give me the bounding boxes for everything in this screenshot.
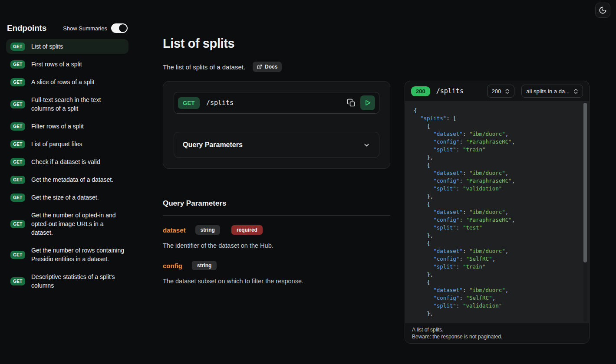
status-code-select[interactable]: 200 <box>487 85 515 98</box>
endpoint-list: GETList of splitsGETFirst rows of a spli… <box>6 39 128 293</box>
params-list: datasetstringrequiredThe identifier of t… <box>163 225 390 285</box>
param-type-badge: string <box>192 261 217 270</box>
play-icon <box>364 99 371 106</box>
sidebar-item-a-slice-of-rows-of-a-split[interactable]: GETA slice of rows of a split <box>6 75 128 89</box>
param-row: configstring <box>163 261 390 270</box>
response-body[interactable]: { "splits": [ { "dataset": "ibm/duorc", … <box>405 101 589 323</box>
param-type-badge: string <box>195 225 220 235</box>
sidebar-header: Endpoints Show Summaries <box>6 23 128 33</box>
param-name: dataset <box>163 226 186 234</box>
method-pill: GET <box>10 158 25 166</box>
query-parameters-heading: Query Parameters <box>163 199 390 208</box>
external-link-icon <box>257 64 262 69</box>
endpoint-label: A slice of rows of a split <box>31 78 95 86</box>
divider <box>163 215 390 216</box>
show-summaries-label: Show Summaries <box>63 25 107 32</box>
sidebar-item-filter-rows-of-a-split[interactable]: GETFilter rows of a split <box>6 119 128 134</box>
sidebar-item-descriptive-statistics-of-a-split-s-columns[interactable]: GETDescriptive statistics of a split's c… <box>6 269 128 293</box>
show-summaries-control: Show Summaries <box>63 23 128 33</box>
method-pill: GET <box>10 277 25 285</box>
description-row: The list of splits of a dataset. Docs <box>163 62 390 72</box>
request-path: /splits <box>206 99 345 107</box>
param-name: config <box>163 262 182 269</box>
endpoint-label: Descriptive statistics of a split's colu… <box>31 272 124 290</box>
method-pill: GET <box>10 122 25 131</box>
method-pill: GET <box>10 140 25 148</box>
page-title: List of splits <box>163 36 390 51</box>
sidebar-item-check-if-a-dataset-is-valid[interactable]: GETCheck if a dataset is valid <box>6 154 128 169</box>
sidebar: Endpoints Show Summaries GETList of spli… <box>6 23 128 296</box>
response-header: 200 /splits 200 all splits in a da... <box>405 81 589 101</box>
show-summaries-toggle[interactable] <box>111 23 128 33</box>
example-select[interactable]: all splits in a da... <box>521 85 583 98</box>
endpoint-label: Filter rows of a split <box>31 122 84 131</box>
chevron-updown-icon <box>505 89 510 94</box>
response-footer: A list of splits. Beware: the response i… <box>405 323 589 343</box>
example-select-value: all splits in a da... <box>526 88 570 95</box>
endpoint-label: Get the metadata of a dataset. <box>31 175 113 184</box>
sidebar-item-list-of-splits[interactable]: GETList of splits <box>6 39 128 54</box>
collapsible-label: Query Parameters <box>183 141 243 149</box>
method-pill: GET <box>10 43 25 51</box>
sidebar-item-get-the-number-of-rows-containing-presidio-entities-in-a-dataset[interactable]: GETGet the number of rows containing Pre… <box>6 243 128 266</box>
toggle-knob <box>119 24 127 32</box>
param-required-badge: required <box>231 225 263 235</box>
endpoint-label: List of splits <box>31 42 63 51</box>
endpoint-label: List of parquet files <box>31 140 82 148</box>
param-description: The identifier of the dataset on the Hub… <box>163 242 390 249</box>
query-parameters-collapsible[interactable]: Query Parameters <box>174 132 379 158</box>
scrollbar-track[interactable] <box>583 102 587 322</box>
param-row: datasetstringrequired <box>163 225 390 235</box>
sidebar-title: Endpoints <box>7 23 46 33</box>
method-pill: GET <box>10 220 25 228</box>
moon-icon <box>599 6 607 14</box>
query-parameters-section: Query Parameters datasetstringrequiredTh… <box>163 199 390 285</box>
request-bar: GET /splits <box>174 92 379 114</box>
request-card: GET /splits Query Parameters <box>163 81 390 169</box>
copy-button[interactable] <box>345 96 358 109</box>
sidebar-item-get-the-metadata-of-a-dataset[interactable]: GETGet the metadata of a dataset. <box>6 172 128 187</box>
sidebar-item-first-rows-of-a-split[interactable]: GETFirst rows of a split <box>6 57 128 72</box>
sidebar-item-get-the-number-of-opted-in-and-opted-out-image-urls-in-a-dataset[interactable]: GETGet the number of opted-in and opted-… <box>6 208 128 240</box>
endpoint-label: Get the number of rows containing Presid… <box>31 246 124 263</box>
method-pill: GET <box>10 60 25 69</box>
method-pill: GET <box>10 193 25 202</box>
param-dataset: datasetstringrequiredThe identifier of t… <box>163 225 390 249</box>
response-json-code: { "splits": [ { "dataset": "ibm/duorc", … <box>414 107 589 318</box>
chevron-updown-icon <box>573 89 578 94</box>
sidebar-item-get-the-size-of-a-dataset[interactable]: GETGet the size of a dataset. <box>6 190 128 205</box>
chevron-down-icon <box>363 141 370 149</box>
param-description: The dataset subset on which to filter th… <box>163 278 390 285</box>
scrollbar-thumb[interactable] <box>583 103 587 262</box>
docs-button-label: Docs <box>265 64 277 70</box>
docs-button[interactable]: Docs <box>253 62 282 72</box>
main-content: List of splits The list of splits of a d… <box>163 36 390 285</box>
response-footer-line: Beware: the response is not paginated. <box>412 333 582 340</box>
sidebar-item-list-of-parquet-files[interactable]: GETList of parquet files <box>6 137 128 151</box>
endpoint-label: Full-text search in the text columns of … <box>31 95 124 113</box>
method-pill: GET <box>10 100 25 108</box>
method-badge: GET <box>178 97 200 109</box>
response-footer-line: A list of splits. <box>412 326 582 333</box>
run-button[interactable] <box>360 95 375 110</box>
method-pill: GET <box>10 78 25 86</box>
param-config: configstringThe dataset subset on which … <box>163 261 390 285</box>
endpoint-label: Get the size of a dataset. <box>31 193 99 202</box>
method-pill: GET <box>10 251 25 259</box>
response-path: /splits <box>436 87 487 95</box>
method-pill: GET <box>10 176 25 184</box>
response-panel: 200 /splits 200 all splits in a da... { … <box>405 81 590 344</box>
theme-toggle-button[interactable] <box>595 3 610 18</box>
page-description: The list of splits of a dataset. <box>163 63 245 71</box>
endpoint-label: First rows of a split <box>31 60 82 69</box>
status-badge: 200 <box>411 86 430 96</box>
endpoint-label: Check if a dataset is valid <box>31 157 100 166</box>
endpoint-label: Get the number of opted-in and opted-out… <box>31 211 124 237</box>
copy-icon <box>347 98 356 107</box>
status-code-select-value: 200 <box>492 88 501 95</box>
sidebar-item-full-text-search-in-the-text-columns-of-a-split[interactable]: GETFull-text search in the text columns … <box>6 92 128 116</box>
